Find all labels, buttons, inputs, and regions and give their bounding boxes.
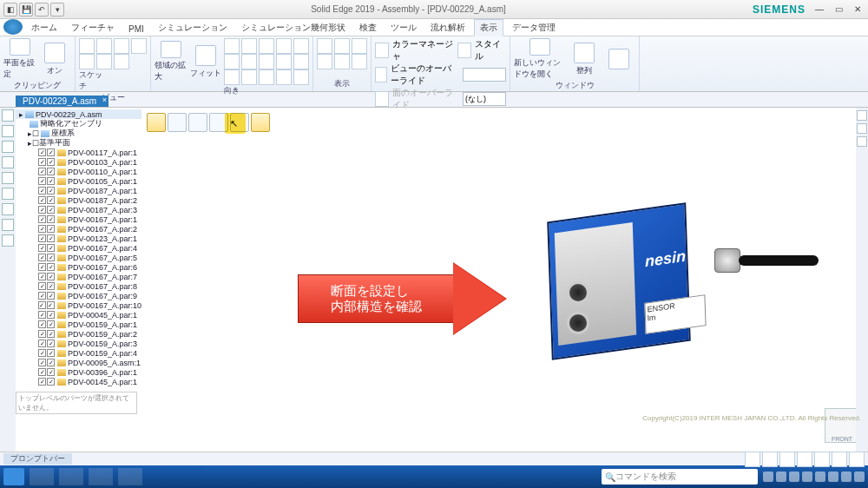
- fit-button[interactable]: フィット: [189, 41, 222, 82]
- taskbar-item-4[interactable]: [118, 468, 142, 485]
- zoom-region-button[interactable]: 領域の拡大: [155, 41, 187, 82]
- tree-part-node[interactable]: ✓✓PDV-00103_A.par:1: [16, 157, 141, 167]
- tree-part-node[interactable]: ✓✓PDV-00105_A.par:1: [16, 176, 141, 186]
- status-icon-5[interactable]: [814, 452, 830, 467]
- face-override-field[interactable]: [463, 92, 506, 106]
- view-override-field[interactable]: [463, 68, 506, 82]
- close-button[interactable]: ✕: [851, 4, 865, 14]
- tree-part-node[interactable]: ✓✓PDV-00167_A.par:5: [16, 253, 141, 262]
- tab-pmi[interactable]: PMI: [123, 23, 149, 36]
- tray-icon[interactable]: [815, 472, 825, 482]
- display-icon-2[interactable]: [334, 38, 350, 54]
- tree-part-node[interactable]: ✓✓PDV-00110_A.par:1: [16, 167, 141, 176]
- tab-sim-geometry[interactable]: シミュレーション幾何形状: [236, 20, 351, 36]
- clipping-on-button[interactable]: オン: [38, 38, 71, 80]
- taskbar-item-3[interactable]: [89, 468, 113, 485]
- tray-icon[interactable]: [763, 472, 773, 482]
- side-icon-3[interactable]: [2, 141, 14, 153]
- tray-icon[interactable]: [776, 472, 786, 482]
- view-override-icon[interactable]: [375, 67, 387, 82]
- orient-icon-1[interactable]: [224, 38, 240, 54]
- rside-icon-2[interactable]: [857, 123, 867, 134]
- display-icon-3[interactable]: [352, 38, 367, 54]
- display-icon-4[interactable]: [317, 54, 332, 69]
- orient-icon-10[interactable]: [276, 38, 292, 54]
- view-icon-4[interactable]: [131, 38, 147, 54]
- tree-part-node[interactable]: ✓✓PDV-00117_A.par:1: [16, 148, 141, 157]
- tray-icon[interactable]: [802, 472, 812, 482]
- orient-icon-4[interactable]: [224, 54, 240, 69]
- sketch-button[interactable]: スケッチ: [79, 69, 105, 92]
- tab-feature[interactable]: フィーチャ: [66, 20, 120, 36]
- tree-part-node[interactable]: ✓✓PDV-00167_A.par:1: [16, 214, 141, 224]
- view-icon-2[interactable]: [96, 38, 112, 54]
- minimize-button[interactable]: —: [812, 4, 826, 14]
- view-icon-5[interactable]: [79, 54, 95, 69]
- tree-part-node[interactable]: ✓✓PDV-00159_A.par:3: [16, 339, 141, 348]
- start-button[interactable]: [3, 468, 24, 485]
- status-icon-2[interactable]: [762, 452, 778, 467]
- orient-icon-8[interactable]: [241, 69, 257, 85]
- tree-part-node[interactable]: ✓✓PDV-00167_A.par:4: [16, 243, 141, 253]
- orient-icon-2[interactable]: [241, 38, 257, 54]
- float-btn-3[interactable]: [188, 113, 207, 132]
- view-icon-1[interactable]: [79, 38, 95, 54]
- float-btn-6[interactable]: [251, 113, 270, 132]
- taskbar-item-1[interactable]: [30, 468, 54, 485]
- view-icon-7[interactable]: [114, 54, 129, 69]
- orient-icon-7[interactable]: [224, 69, 240, 85]
- app-menu-button[interactable]: [3, 19, 23, 35]
- tree-part-node[interactable]: ✓✓PDV-00167_A.par:10: [16, 300, 141, 310]
- assembly-tree[interactable]: ▸PDV-00229_A.asm 簡略化アセンブリ ▸☐座標系 ▸☐基準平面 ✓…: [16, 108, 141, 452]
- orient-icon-9[interactable]: [259, 69, 274, 85]
- tree-node[interactable]: ▸☐座標系: [16, 129, 141, 138]
- qat-app-icon[interactable]: ◧: [3, 3, 17, 16]
- orient-icon-6[interactable]: [259, 54, 274, 69]
- view-cube[interactable]: FRONT: [825, 408, 859, 443]
- orient-icon-11[interactable]: [293, 38, 309, 54]
- tree-part-node[interactable]: ✓✓PDV-00123_A.par:1: [16, 234, 141, 243]
- tree-part-node[interactable]: ✓✓PDV-00187_A.par:1: [16, 186, 141, 195]
- tab-flow[interactable]: 流れ解析: [425, 20, 470, 36]
- tree-part-node[interactable]: ✓✓PDV-00167_A.par:9: [16, 291, 141, 300]
- tree-part-node[interactable]: ✓✓PDV-00159_A.par:2: [16, 329, 141, 339]
- status-icon-6[interactable]: [832, 452, 847, 467]
- tree-part-node[interactable]: ✓✓PDV-00145_A.par:1: [16, 377, 141, 386]
- set-plane-button[interactable]: 平面を設定: [3, 38, 36, 80]
- tab-tools[interactable]: ツール: [385, 20, 422, 36]
- tab-inspect[interactable]: 検査: [354, 20, 382, 36]
- tray-icon[interactable]: [854, 472, 865, 482]
- status-icon-3[interactable]: [779, 452, 795, 467]
- prompt-bar-tab[interactable]: プロンプトバー: [3, 453, 72, 465]
- tab-view[interactable]: 表示: [474, 19, 503, 36]
- status-icon-1[interactable]: [745, 452, 760, 467]
- tree-part-node[interactable]: ✓✓PDV-00396_A.par:1: [16, 367, 141, 377]
- status-icon-7[interactable]: [849, 452, 865, 467]
- tree-part-node[interactable]: ✓✓PDV-00045_A.par:1: [16, 310, 141, 320]
- orient-icon-15[interactable]: [293, 69, 309, 85]
- side-icon-6[interactable]: [2, 188, 14, 200]
- color-mgr-icon[interactable]: [375, 43, 389, 58]
- orient-icon-5[interactable]: [241, 54, 257, 69]
- tree-part-node[interactable]: ✓✓PDV-00167_A.par:7: [16, 272, 141, 281]
- orient-icon-3[interactable]: [259, 38, 274, 54]
- tab-home[interactable]: ホーム: [26, 20, 62, 36]
- tree-part-node[interactable]: ✓✓PDV-00167_A.par:8: [16, 281, 141, 291]
- arrange-button[interactable]: 整列: [568, 38, 601, 80]
- tree-part-node[interactable]: ✓✓PDV-00095_A.asm:1: [16, 358, 141, 367]
- tab-simulation[interactable]: シミュレーション: [153, 20, 233, 36]
- tree-part-node[interactable]: ✓✓PDV-00159_A.par:1: [16, 320, 141, 329]
- side-icon-8[interactable]: [2, 219, 14, 231]
- model-part[interactable]: nesin ENSORlm: [515, 186, 775, 403]
- view-icon-3[interactable]: [114, 38, 129, 54]
- side-icon-2[interactable]: [2, 125, 14, 137]
- tray-icon[interactable]: [841, 472, 852, 482]
- tree-node[interactable]: ▸☐基準平面: [16, 138, 141, 148]
- rside-icon-3[interactable]: [857, 136, 867, 147]
- qat-menu-icon[interactable]: ▾: [50, 3, 64, 16]
- tray-icon[interactable]: [789, 472, 799, 482]
- style-icon[interactable]: [457, 43, 471, 58]
- tree-part-node[interactable]: ✓✓PDV-00167_A.par:2: [16, 224, 141, 234]
- tree-node[interactable]: 簡略化アセンブリ: [16, 119, 141, 129]
- orient-icon-12[interactable]: [276, 54, 292, 69]
